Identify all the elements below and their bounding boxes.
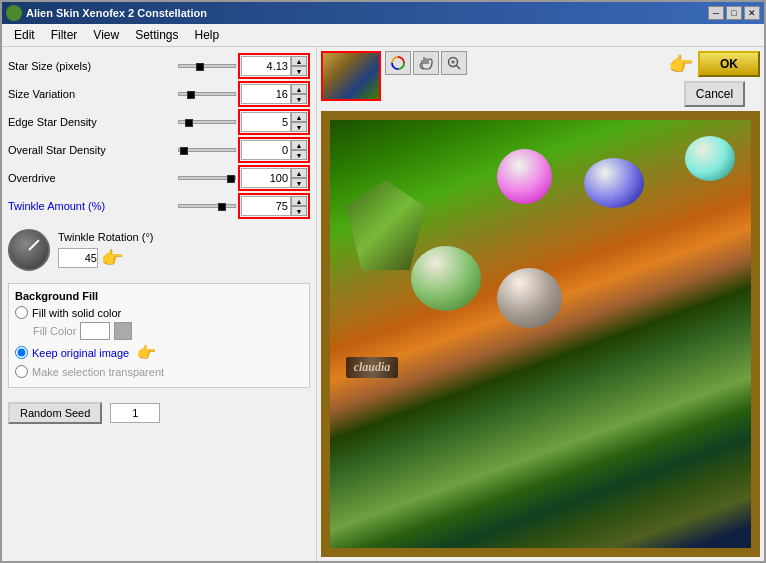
overdrive-spin-down[interactable]: ▼ xyxy=(291,178,307,188)
gem-purple xyxy=(497,149,552,204)
star-size-spin-buttons: ▲ ▼ xyxy=(291,56,307,76)
twinkle-dial[interactable] xyxy=(8,229,50,271)
twinkle-amount-input[interactable] xyxy=(241,196,291,216)
overdrive-spin-up[interactable]: ▲ xyxy=(291,168,307,178)
size-variation-thumb[interactable] xyxy=(187,91,195,99)
fill-solid-radio[interactable] xyxy=(15,306,28,319)
overdrive-input[interactable] xyxy=(241,168,291,188)
overall-star-density-slider-area xyxy=(178,146,236,154)
minimize-button[interactable]: ─ xyxy=(708,6,724,20)
twinkle-amount-row: Twinkle Amount (%) ▲ ▼ xyxy=(8,193,310,219)
hand-tool-button[interactable] xyxy=(413,51,439,75)
cancel-button[interactable]: Cancel xyxy=(684,81,745,107)
random-seed-button[interactable]: Random Seed xyxy=(8,402,102,424)
preview-thumb-image xyxy=(323,53,379,99)
twinkle-amount-spin-down[interactable]: ▼ xyxy=(291,206,307,216)
size-variation-spin-group: ▲ ▼ xyxy=(238,81,310,107)
edge-star-density-spin-up[interactable]: ▲ xyxy=(291,112,307,122)
gem-blue-1 xyxy=(584,158,644,208)
overall-star-density-thumb[interactable] xyxy=(180,147,188,155)
size-variation-spin-buttons: ▲ ▼ xyxy=(291,84,307,104)
edge-star-density-spin-down[interactable]: ▼ xyxy=(291,122,307,132)
edge-star-density-track[interactable] xyxy=(178,120,236,124)
overall-star-density-spin-down[interactable]: ▼ xyxy=(291,150,307,160)
overdrive-label: Overdrive xyxy=(8,172,178,184)
overdrive-row: Overdrive ▲ ▼ xyxy=(8,165,310,191)
star-size-spin-group: ▲ ▼ xyxy=(238,53,310,79)
edge-star-density-spin-group: ▲ ▼ xyxy=(238,109,310,135)
fill-color-label: Fill Color xyxy=(33,325,76,337)
twinkle-rotation-input[interactable] xyxy=(58,248,98,268)
twinkle-amount-slider-area xyxy=(178,202,236,210)
close-button[interactable]: ✕ xyxy=(744,6,760,20)
menu-edit[interactable]: Edit xyxy=(6,26,43,44)
edge-star-density-row: Edge Star Density ▲ ▼ xyxy=(8,109,310,135)
overall-star-density-spin-up[interactable]: ▲ xyxy=(291,140,307,150)
edge-star-density-thumb[interactable] xyxy=(185,119,193,127)
edge-star-density-slider-area xyxy=(178,118,236,126)
background-fill-section: Background Fill Fill with solid color Fi… xyxy=(8,283,310,388)
ok-button[interactable]: OK xyxy=(698,51,760,77)
preview-bg: claudia xyxy=(324,114,757,554)
fill-color-swatch-dark[interactable] xyxy=(114,322,132,340)
ok-row: 👈 OK xyxy=(669,51,760,77)
size-variation-spin-up[interactable]: ▲ xyxy=(291,84,307,94)
fill-color-swatch[interactable] xyxy=(80,322,110,340)
fill-solid-label: Fill with solid color xyxy=(32,307,121,319)
preview-row xyxy=(321,51,665,107)
keep-original-radio[interactable] xyxy=(15,346,28,359)
color-adjust-tool-button[interactable] xyxy=(385,51,411,75)
random-seed-input[interactable] xyxy=(110,403,160,423)
twinkle-amount-thumb[interactable] xyxy=(218,203,226,211)
fill-color-row: Fill Color xyxy=(33,322,303,340)
menu-view[interactable]: View xyxy=(85,26,127,44)
left-panel: Star Size (pixels) ▲ ▼ Size Variation xyxy=(2,47,317,561)
keep-original-label: Keep original image xyxy=(32,347,129,359)
twinkle-amount-spin-up[interactable]: ▲ xyxy=(291,196,307,206)
creature-shape-1 xyxy=(346,180,426,270)
twinkle-amount-track[interactable] xyxy=(178,204,236,208)
twinkle-right: Twinkle Rotation (°) 👈 xyxy=(58,231,154,269)
title-bar: Alien Skin Xenofex 2 Constellation ─ □ ✕ xyxy=(2,2,764,24)
overall-star-density-track[interactable] xyxy=(178,148,236,152)
title-bar-left: Alien Skin Xenofex 2 Constellation xyxy=(6,5,207,21)
menu-settings[interactable]: Settings xyxy=(127,26,186,44)
twinkle-input-row: 👈 xyxy=(58,247,154,269)
star-size-spin-down[interactable]: ▼ xyxy=(291,66,307,76)
size-variation-spin-down[interactable]: ▼ xyxy=(291,94,307,104)
app-icon xyxy=(6,5,22,21)
twinkle-amount-spin-buttons: ▲ ▼ xyxy=(291,196,307,216)
size-variation-slider-area xyxy=(178,90,236,98)
fill-solid-row: Fill with solid color xyxy=(15,306,303,319)
hand-tool-icon xyxy=(418,55,434,71)
menu-filter[interactable]: Filter xyxy=(43,26,86,44)
star-size-thumb[interactable] xyxy=(196,63,204,71)
overdrive-thumb[interactable] xyxy=(227,175,235,183)
twinkle-hand-pointer-icon: 👈 xyxy=(102,247,124,269)
edge-star-density-input[interactable] xyxy=(241,112,291,132)
size-variation-track[interactable] xyxy=(178,92,236,96)
maximize-button[interactable]: □ xyxy=(726,6,742,20)
overdrive-track[interactable] xyxy=(178,176,236,180)
title-bar-controls: ─ □ ✕ xyxy=(708,6,760,20)
menu-help[interactable]: Help xyxy=(187,26,228,44)
svg-line-2 xyxy=(457,66,461,70)
right-top-area: 👈 OK Cancel xyxy=(321,51,760,107)
gem-silver xyxy=(497,268,562,328)
make-selection-radio[interactable] xyxy=(15,365,28,378)
overall-star-density-label: Overall Star Density xyxy=(8,144,178,156)
star-size-track[interactable] xyxy=(178,64,236,68)
window-title: Alien Skin Xenofex 2 Constellation xyxy=(26,7,207,19)
random-seed-row: Random Seed xyxy=(8,402,310,424)
star-size-spin-up[interactable]: ▲ xyxy=(291,56,307,66)
preview-thumbnail xyxy=(321,51,381,101)
edge-star-density-label: Edge Star Density xyxy=(8,116,178,128)
claudia-overlay: claudia xyxy=(346,357,399,378)
overall-star-density-input[interactable] xyxy=(241,140,291,160)
main-window: Alien Skin Xenofex 2 Constellation ─ □ ✕… xyxy=(0,0,766,563)
claudia-bg: claudia xyxy=(346,357,399,378)
size-variation-input[interactable] xyxy=(241,84,291,104)
zoom-tool-button[interactable] xyxy=(441,51,467,75)
star-size-input[interactable] xyxy=(241,56,291,76)
content-area: Star Size (pixels) ▲ ▼ Size Variation xyxy=(2,47,764,561)
